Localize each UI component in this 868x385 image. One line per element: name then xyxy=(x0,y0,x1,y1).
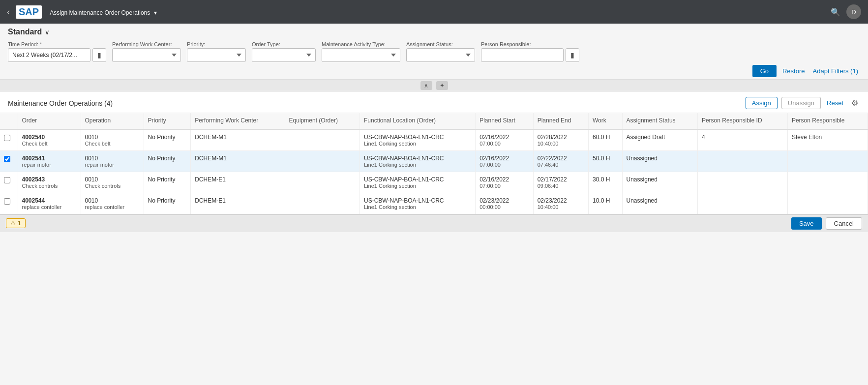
warning-icon: ⚠ xyxy=(10,220,16,227)
row-planned-end: 02/23/2022 10:40:00 xyxy=(533,193,588,214)
person-responsible-filter: Person Responsible: ▮ xyxy=(481,41,579,62)
settings-button[interactable]: ⚙ xyxy=(849,96,860,110)
row-work: 10.0 H xyxy=(588,193,622,214)
view-chevron-icon[interactable]: ∨ xyxy=(45,29,50,36)
collapse-up-button[interactable]: ∧ xyxy=(420,81,432,90)
row-functional-location: US-CBW-NAP-BOA-LN1-CRC Line1 Corking sec… xyxy=(360,193,476,214)
col-operation: Operation xyxy=(81,113,144,129)
order-type-filter: Order Type: xyxy=(252,41,316,62)
adapt-filters-button[interactable]: Adapt Filters (1) xyxy=(811,65,860,77)
time-period-label: Time Period: * xyxy=(8,41,106,47)
row-operation: 0010 Check belt xyxy=(81,129,144,151)
row-checkbox[interactable] xyxy=(4,177,10,183)
time-period-input[interactable] xyxy=(8,48,90,62)
table-title: Maintenance Order Operations (4) xyxy=(8,99,113,107)
maintenance-activity-select[interactable] xyxy=(322,48,400,62)
avatar[interactable]: D xyxy=(846,4,861,19)
save-button[interactable]: Save xyxy=(791,217,822,230)
time-period-expand-button[interactable]: ▮ xyxy=(92,48,106,62)
row-order: 4002544 replace contoller xyxy=(18,193,81,214)
row-order: 4002543 Check controls xyxy=(18,172,81,193)
go-button[interactable]: Go xyxy=(752,65,777,77)
row-priority: No Priority xyxy=(144,193,191,214)
row-priority: No Priority xyxy=(144,129,191,151)
view-selector: Standard ∨ xyxy=(8,28,860,36)
row-functional-location: US-CBW-NAP-BOA-LN1-CRC Line1 Corking sec… xyxy=(360,150,476,172)
row-planned-end: 02/17/2022 09:06:40 xyxy=(533,172,588,193)
person-responsible-expand-button[interactable]: ▮ xyxy=(566,48,579,62)
row-equipment xyxy=(285,193,359,214)
maintenance-activity-filter: Maintenance Activity Type: xyxy=(322,41,400,62)
priority-label: Priority: xyxy=(187,41,246,47)
col-priority: Priority xyxy=(144,113,191,129)
table-header-row: Order Operation Priority Performing Work… xyxy=(0,113,868,129)
row-assignment-status: Assigned Draft xyxy=(622,129,697,151)
col-checkbox xyxy=(0,113,18,129)
row-checkbox[interactable] xyxy=(4,135,10,141)
row-person-id xyxy=(697,172,787,193)
performing-work-center-select[interactable] xyxy=(112,48,181,62)
row-work-center: DCHEM-M1 xyxy=(191,129,285,151)
row-checkbox[interactable] xyxy=(4,198,10,205)
row-priority: No Priority xyxy=(144,172,191,193)
table-header-bar: Maintenance Order Operations (4) Assign … xyxy=(0,91,868,113)
row-assignment-status: Unassigned xyxy=(622,172,697,193)
person-responsible-input[interactable] xyxy=(481,48,564,62)
row-planned-start: 02/23/2022 00:00:00 xyxy=(476,193,534,214)
table-row: 4002544 replace contoller 0010 replace c… xyxy=(0,193,868,214)
view-label: Standard xyxy=(8,28,42,36)
row-person-name: Steve Elton xyxy=(787,129,868,151)
order-type-select[interactable] xyxy=(252,48,316,62)
row-functional-location: US-CBW-NAP-BOA-LN1-CRC Line1 Corking sec… xyxy=(360,172,476,193)
app-header: ‹ SAP Assign Maintenance Order Operation… xyxy=(0,0,868,24)
row-checkbox[interactable] xyxy=(4,156,10,162)
search-icon[interactable]: 🔍 xyxy=(831,7,840,17)
maintenance-activity-label: Maintenance Activity Type: xyxy=(322,41,400,47)
assignment-status-select[interactable] xyxy=(406,48,475,62)
reset-button[interactable]: Reset xyxy=(825,97,845,109)
filter-row: Time Period: * ▮ Performing Work Center:… xyxy=(8,41,860,62)
row-checkbox-cell xyxy=(0,193,18,214)
col-planned-start: Planned Start xyxy=(476,113,534,129)
col-planned-end: Planned End xyxy=(533,113,588,129)
row-person-id xyxy=(697,150,787,172)
row-order: 4002540 Check belt xyxy=(18,129,81,151)
col-person-id: Person Responsible ID xyxy=(697,113,787,129)
row-order: 4002541 repair motor xyxy=(18,150,81,172)
collapse-bar[interactable]: ∧ ✦ xyxy=(0,80,868,91)
col-person-name: Person Responsible xyxy=(787,113,868,129)
row-work: 50.0 H xyxy=(588,150,622,172)
row-equipment xyxy=(285,150,359,172)
warning-badge: ⚠ 1 xyxy=(6,218,26,228)
assignment-status-label: Assignment Status: xyxy=(406,41,475,47)
row-work: 30.0 H xyxy=(588,172,622,193)
row-planned-end: 02/28/2022 10:40:00 xyxy=(533,129,588,151)
assign-button[interactable]: Assign xyxy=(746,97,778,109)
row-priority: No Priority xyxy=(144,150,191,172)
restore-button[interactable]: Restore xyxy=(780,65,807,77)
sap-logo: SAP xyxy=(16,5,42,19)
row-planned-start: 02/16/2022 07:00:00 xyxy=(476,129,534,151)
performing-work-center-filter: Performing Work Center: xyxy=(112,41,181,62)
row-checkbox-cell xyxy=(0,172,18,193)
app-title: Assign Maintenance Order Operations ▾ xyxy=(48,8,825,16)
performing-work-center-label: Performing Work Center: xyxy=(112,41,181,47)
row-equipment xyxy=(285,172,359,193)
assignment-status-filter: Assignment Status: xyxy=(406,41,475,62)
row-operation: 0010 repair motor xyxy=(81,150,144,172)
col-assignment-status: Assignment Status xyxy=(622,113,697,129)
cancel-button[interactable]: Cancel xyxy=(826,217,862,230)
table-row: 4002540 Check belt 0010 Check belt No Pr… xyxy=(0,129,868,151)
unassign-button: Unassign xyxy=(781,97,821,109)
row-equipment xyxy=(285,129,359,151)
pin-button[interactable]: ✦ xyxy=(436,81,448,90)
row-work-center: DCHEM-M1 xyxy=(191,150,285,172)
priority-select[interactable] xyxy=(187,48,246,62)
table-actions: Assign Unassign Reset ⚙ xyxy=(746,96,860,110)
table-row: 4002541 repair motor 0010 repair motor N… xyxy=(0,150,868,172)
row-planned-end: 02/22/2022 07:46:40 xyxy=(533,150,588,172)
back-button[interactable]: ‹ xyxy=(7,7,10,17)
main-content: Maintenance Order Operations (4) Assign … xyxy=(0,91,868,214)
col-work: Work xyxy=(588,113,622,129)
row-functional-location: US-CBW-NAP-BOA-LN1-CRC Line1 Corking sec… xyxy=(360,129,476,151)
